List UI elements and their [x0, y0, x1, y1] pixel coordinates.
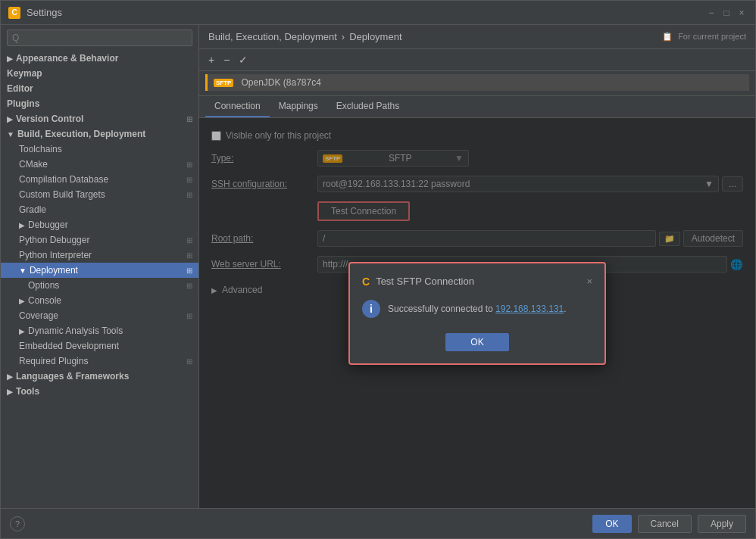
sidebar-item-coverage[interactable]: Coverage ⊞: [1, 308, 198, 323]
minimize-button[interactable]: −: [705, 7, 717, 19]
arrow-icon: ▶: [19, 297, 25, 305]
sidebar-label: Compilation Database: [19, 174, 108, 185]
help-button[interactable]: ?: [10, 516, 25, 531]
sidebar-label: Deployment: [30, 265, 78, 276]
sidebar-item-plugins[interactable]: Plugins: [1, 96, 198, 111]
sidebar-label: Dynamic Analysis Tools: [28, 326, 123, 336]
sidebar-item-console[interactable]: ▶ Console: [1, 293, 198, 308]
modal-title-text: Test SFTP Connection: [376, 276, 580, 287]
sidebar-label: Required Plugins: [19, 356, 88, 366]
modal-message-prefix: Successfully connected to: [388, 304, 495, 314]
sidebar-label: Python Debugger: [19, 235, 89, 245]
sidebar-label: Editor: [7, 83, 33, 94]
tab-excluded-paths[interactable]: Excluded Paths: [327, 96, 408, 117]
sidebar-item-embedded-dev[interactable]: Embedded Development: [1, 338, 198, 354]
info-icon: i: [362, 300, 380, 318]
test-sftp-modal: C Test SFTP Connection × i Successfully …: [348, 262, 606, 365]
sidebar-item-cmake[interactable]: CMake ⊞: [1, 157, 198, 172]
sidebar-item-custom-build[interactable]: Custom Build Targets ⊞: [1, 187, 198, 202]
breadcrumb-path1: Build, Execution, Deployment: [208, 31, 337, 42]
apply-button[interactable]: Apply: [698, 515, 746, 533]
sidebar-label: Custom Build Targets: [19, 189, 105, 200]
close-button[interactable]: ×: [736, 7, 748, 19]
settings-window: C Settings − □ × ▶ Appearance & Behavior…: [0, 0, 756, 539]
sidebar-item-gradle[interactable]: Gradle: [1, 202, 198, 217]
modal-footer: OK: [362, 333, 592, 351]
arrow-icon: ▶: [19, 221, 25, 229]
maximize-button[interactable]: □: [720, 7, 733, 19]
sidebar-item-keymap[interactable]: Keymap: [1, 66, 198, 81]
main-content: ▶ Appearance & Behavior Keymap Editor Pl…: [1, 25, 755, 508]
sidebar-item-required-plugins[interactable]: Required Plugins ⊞: [1, 354, 198, 369]
sidebar-label: Keymap: [7, 68, 42, 79]
modal-ok-button[interactable]: OK: [445, 333, 508, 351]
sidebar: ▶ Appearance & Behavior Keymap Editor Pl…: [1, 25, 199, 508]
sidebar-label: Appearance & Behavior: [16, 53, 118, 64]
sidebar-item-toolchains[interactable]: Toolchains: [1, 142, 198, 157]
modal-overlay: C Test SFTP Connection × i Successfully …: [199, 118, 755, 508]
remove-button[interactable]: −: [220, 52, 233, 67]
search-box: [1, 25, 198, 51]
sidebar-item-editor[interactable]: Editor: [1, 81, 198, 96]
sidebar-label: Console: [28, 295, 61, 306]
sidebar-label: Version Control: [16, 114, 83, 124]
sidebar-label: Python Interpreter: [19, 250, 92, 260]
modal-message: Successfully connected to 192.168.133.13…: [388, 304, 567, 314]
sidebar-label: Plugins: [7, 98, 39, 109]
sidebar-label: CMake: [19, 159, 48, 170]
arrow-icon: ▶: [7, 372, 13, 381]
arrow-icon: ▶: [7, 55, 13, 63]
modal-close-button[interactable]: ×: [586, 276, 592, 287]
server-label: OpenJDK (8a787c4: [241, 77, 320, 88]
sidebar-item-version-control[interactable]: ▶ Version Control ⊞: [1, 111, 198, 126]
tab-mappings[interactable]: Mappings: [270, 96, 327, 117]
modal-message-suffix: .: [564, 304, 566, 314]
sidebar-item-python-interpreter[interactable]: Python Interpreter ⊞: [1, 248, 198, 263]
breadcrumb-path2: Deployment: [349, 31, 401, 42]
sidebar-item-options[interactable]: Options ⊞: [1, 278, 198, 293]
sidebar-label: Tools: [16, 386, 39, 397]
tab-connection[interactable]: Connection: [205, 96, 270, 117]
sidebar-item-python-debugger[interactable]: Python Debugger ⊞: [1, 232, 198, 248]
breadcrumb-separator: ›: [342, 31, 345, 42]
sidebar-label: Embedded Development: [19, 341, 119, 351]
check-button[interactable]: ✓: [236, 52, 251, 67]
sidebar-item-debugger[interactable]: ▶ Debugger: [1, 217, 198, 232]
right-panel: Build, Execution, Deployment › Deploymen…: [199, 25, 755, 508]
server-item[interactable]: SFTP OpenJDK (8a787c4: [205, 74, 749, 91]
sidebar-item-languages[interactable]: ▶ Languages & Frameworks: [1, 369, 198, 384]
sidebar-item-build-execution[interactable]: ▼ Build, Execution, Deployment: [1, 126, 198, 142]
sidebar-item-dynamic-analysis[interactable]: ▶ Dynamic Analysis Tools: [1, 323, 198, 338]
arrow-icon: ▼: [7, 130, 14, 139]
arrow-icon: ▶: [7, 115, 13, 123]
sidebar-label: Gradle: [19, 204, 46, 215]
bottom-bar: ? OK Cancel Apply: [1, 508, 755, 538]
content-area: Visible only for this project Type: SFTP…: [199, 118, 755, 508]
breadcrumb-project: 📋 For current project: [662, 32, 746, 42]
modal-ip-link: 192.168.133.131: [495, 304, 564, 314]
sidebar-label: Build, Execution, Deployment: [17, 129, 145, 139]
sidebar-label: Debugger: [28, 220, 68, 230]
search-input[interactable]: [7, 30, 192, 46]
arrow-icon: ▼: [19, 266, 27, 275]
modal-body: i Successfully connected to 192.168.133.…: [362, 297, 592, 321]
ok-button[interactable]: OK: [592, 515, 631, 533]
window-title: Settings: [27, 7, 705, 18]
arrow-icon: ▶: [7, 388, 13, 396]
sidebar-label: Languages & Frameworks: [16, 371, 129, 382]
sidebar-item-appearance[interactable]: ▶ Appearance & Behavior: [1, 51, 198, 66]
sftp-icon: SFTP: [214, 79, 233, 87]
sidebar-label: Coverage: [19, 310, 58, 321]
titlebar: C Settings − □ ×: [1, 1, 755, 25]
bottom-buttons: OK Cancel Apply: [592, 515, 746, 533]
modal-title-row: C Test SFTP Connection ×: [362, 276, 592, 288]
sidebar-item-compilation-db[interactable]: Compilation Database ⊞: [1, 172, 198, 187]
add-button[interactable]: +: [205, 52, 217, 67]
arrow-icon: ▶: [19, 327, 25, 335]
breadcrumb: Build, Execution, Deployment › Deploymen…: [199, 25, 755, 49]
app-icon: C: [8, 7, 20, 19]
sidebar-item-deployment[interactable]: ▼ Deployment ⊞: [1, 263, 198, 278]
cancel-button[interactable]: Cancel: [638, 515, 692, 533]
sidebar-item-tools[interactable]: ▶ Tools: [1, 384, 198, 399]
sidebar-label: Options: [28, 280, 59, 291]
